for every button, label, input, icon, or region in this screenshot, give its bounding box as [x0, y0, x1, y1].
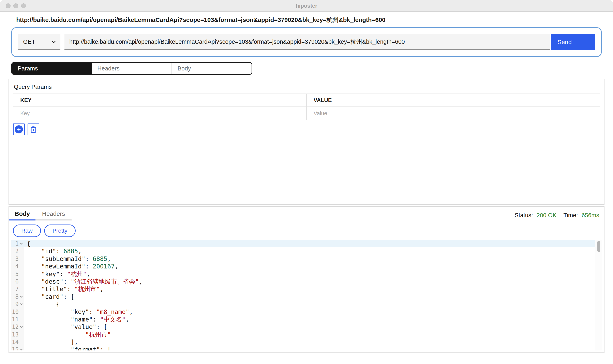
line-number-gutter: 8	[11, 293, 24, 300]
value-column-header: VALUE	[306, 94, 600, 107]
code-line: 10 "key": "m8_name",	[11, 308, 595, 316]
code-line: 7 "title": "杭州市",	[11, 285, 595, 293]
tab-params[interactable]: Params	[12, 63, 92, 74]
param-row-actions: +	[13, 123, 600, 135]
code-text: {	[24, 300, 595, 308]
line-number: 13	[11, 331, 19, 338]
line-number: 12	[11, 323, 19, 331]
method-select[interactable]: GET	[18, 34, 60, 50]
table-row	[13, 107, 600, 120]
line-number-gutter: 15	[11, 346, 24, 351]
code-line: 15 "format": [	[11, 346, 595, 351]
chevron-down-icon	[52, 39, 56, 43]
delete-param-button[interactable]	[28, 123, 39, 135]
fold-arrow-icon[interactable]	[20, 348, 23, 351]
time-label: Time:	[563, 212, 578, 219]
line-number: 14	[11, 338, 19, 346]
response-body-editor[interactable]: 1{2 "id": 6885,3 "subLemmaId": 6885,4 "n…	[11, 240, 602, 351]
line-number: 10	[11, 308, 19, 316]
request-bar: GET Send	[11, 27, 602, 57]
code-line: 1{	[11, 240, 595, 247]
query-params-title: Query Params	[14, 84, 600, 90]
status-value: 200 OK	[537, 212, 557, 219]
line-number: 4	[11, 262, 19, 270]
code-text: "desc": "浙江省辖地级市、省会",	[24, 278, 595, 285]
code-line: 13 "杭州市"	[11, 331, 595, 338]
request-tabs: ParamsHeadersBody	[11, 62, 252, 75]
code-text: "杭州市"	[24, 331, 595, 338]
response-tab-headers[interactable]: Headers	[35, 209, 71, 221]
code-text: "key": "m8_name",	[24, 308, 595, 316]
line-number-gutter: 12	[11, 323, 24, 331]
line-number-gutter: 1	[11, 240, 24, 247]
line-number: 7	[11, 285, 19, 293]
tab-body[interactable]: Body	[171, 63, 251, 74]
code-line: 2 "id": 6885,	[11, 247, 595, 255]
response-tab-body[interactable]: Body	[9, 209, 35, 221]
line-number-gutter: 13	[11, 331, 24, 338]
line-number-gutter: 6	[11, 278, 24, 285]
code-line: 5 "key": "杭州",	[11, 270, 595, 278]
code-text: "value": [	[24, 323, 595, 331]
fold-arrow-icon[interactable]	[20, 302, 23, 305]
pretty-button[interactable]: Pretty	[44, 224, 76, 237]
response-status: Status: 200 OK Time: 656ms	[515, 212, 599, 219]
add-param-button[interactable]: +	[13, 123, 25, 135]
query-params-table: KEY VALUE	[13, 93, 600, 120]
status-label: Status:	[515, 212, 533, 219]
line-number: 11	[11, 316, 19, 323]
param-value-input[interactable]	[307, 107, 600, 120]
plus-icon: +	[15, 125, 23, 133]
code-text: "key": "杭州",	[24, 270, 595, 278]
response-view-buttons: Raw Pretty	[13, 224, 604, 237]
code-line: 14 ],	[11, 338, 595, 346]
line-number: 6	[11, 278, 19, 285]
request-url-heading: http://baike.baidu.com/api/openapi/Baike…	[16, 16, 613, 24]
method-select-value: GET	[23, 39, 35, 45]
fold-arrow-icon[interactable]	[20, 325, 23, 328]
code-text: "id": 6885,	[24, 247, 595, 255]
code-text: "subLemmaId": 6885,	[24, 255, 595, 262]
fold-arrow-icon[interactable]	[20, 295, 23, 298]
code-text: ],	[24, 338, 595, 346]
code-text: "newLemmaId": 200167,	[24, 262, 595, 270]
line-number: 1	[11, 240, 19, 247]
scrollbar-thumb[interactable]	[597, 241, 600, 252]
code-line: 9 {	[11, 300, 595, 308]
code-line: 12 "value": [	[11, 323, 595, 331]
trash-icon	[30, 126, 37, 133]
line-number: 8	[11, 293, 19, 300]
send-button[interactable]: Send	[551, 34, 595, 50]
line-number: 2	[11, 247, 19, 255]
url-input[interactable]	[64, 34, 550, 50]
window-titlebar: hiposter	[0, 0, 613, 12]
response-panel: BodyHeaders Status: 200 OK Time: 656ms R…	[9, 206, 604, 353]
tab-headers[interactable]: Headers	[92, 63, 171, 74]
code-line: 11 "name": "中文名",	[11, 316, 595, 323]
param-key-input[interactable]	[13, 107, 306, 120]
line-number-gutter: 2	[11, 247, 24, 255]
raw-button[interactable]: Raw	[13, 224, 41, 237]
code-line: 8 "card": [	[11, 293, 595, 300]
params-panel: Query Params KEY VALUE +	[9, 79, 604, 205]
line-number-gutter: 10	[11, 308, 24, 316]
response-code-lines: 1{2 "id": 6885,3 "subLemmaId": 6885,4 "n…	[11, 240, 595, 351]
line-number-gutter: 9	[11, 300, 24, 308]
line-number: 5	[11, 270, 19, 278]
fold-arrow-icon[interactable]	[20, 242, 23, 245]
table-header-row: KEY VALUE	[13, 94, 600, 107]
code-text: "card": [	[24, 293, 595, 300]
code-text: {	[24, 240, 595, 247]
window-title: hiposter	[0, 0, 613, 12]
code-text: "name": "中文名",	[24, 316, 595, 323]
line-number-gutter: 5	[11, 270, 24, 278]
editor-scrollbar[interactable]	[596, 240, 602, 351]
time-value: 656ms	[582, 212, 599, 219]
line-number: 3	[11, 255, 19, 262]
line-number: 9	[11, 300, 19, 308]
line-number-gutter: 7	[11, 285, 24, 293]
line-number-gutter: 14	[11, 338, 24, 346]
code-line: 4 "newLemmaId": 200167,	[11, 262, 595, 270]
code-line: 6 "desc": "浙江省辖地级市、省会",	[11, 278, 595, 285]
code-text: "format": [	[24, 346, 595, 351]
